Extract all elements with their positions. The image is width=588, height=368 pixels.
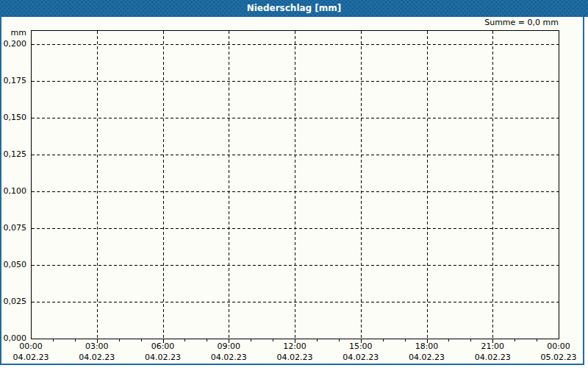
y-tick-label: 0,200 [0, 39, 26, 49]
x-tick-time-label: 21:00 [470, 342, 514, 351]
x-tick-date-label: 04.02.23 [141, 353, 185, 362]
x-tick-time-label: 06:00 [141, 342, 185, 351]
x-tick-time-label: 12:00 [273, 342, 317, 351]
plot-border [32, 31, 559, 339]
x-tick-date-label: 04.02.23 [9, 353, 53, 362]
gridlines-group [32, 31, 559, 339]
x-tick-date-label: 04.02.23 [470, 353, 514, 362]
x-tick-date-label: 04.02.23 [75, 353, 119, 362]
y-tick-label: 0,100 [0, 186, 26, 196]
x-tick-date-label: 04.02.23 [273, 353, 317, 362]
x-tick-time-label: 09:00 [207, 342, 251, 351]
x-tick-time-label: 00:00 [9, 342, 53, 351]
x-tick-time-label: 18:00 [405, 342, 449, 351]
x-tick-time-label: 00:00 [537, 342, 581, 351]
plot-border-group [32, 31, 559, 339]
x-tick-date-label: 05.02.23 [537, 353, 581, 362]
x-tick-date-label: 04.02.23 [207, 353, 251, 362]
y-tick-label: 0,125 [0, 149, 26, 159]
precipitation-chart-window: Niederschlag [mm] Summe = 0,0 mm mm 0,00… [0, 0, 588, 368]
x-tick-time-label: 03:00 [75, 342, 119, 351]
y-tick-label: 0,025 [0, 297, 26, 306]
y-tick-label: 0,150 [0, 113, 26, 122]
y-tick-label: 0,175 [0, 76, 26, 85]
plot-area [0, 0, 588, 368]
y-tick-label: 0,075 [0, 223, 26, 233]
x-tick-date-label: 04.02.23 [339, 353, 383, 362]
x-tick-date-label: 04.02.23 [405, 353, 449, 362]
y-tick-label: 0,050 [0, 260, 26, 269]
x-tick-time-label: 15:00 [339, 342, 383, 351]
